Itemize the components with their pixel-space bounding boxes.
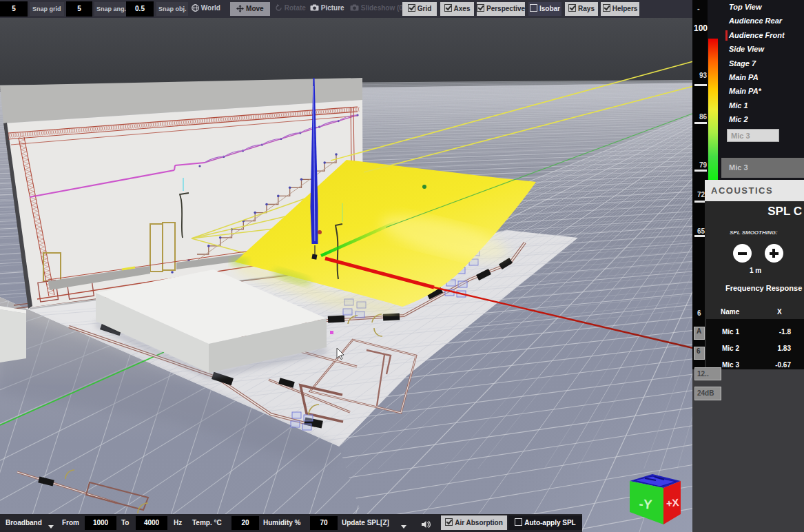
- svg-text:-Y: -Y: [639, 496, 653, 512]
- svg-text:+X: +X: [666, 496, 679, 509]
